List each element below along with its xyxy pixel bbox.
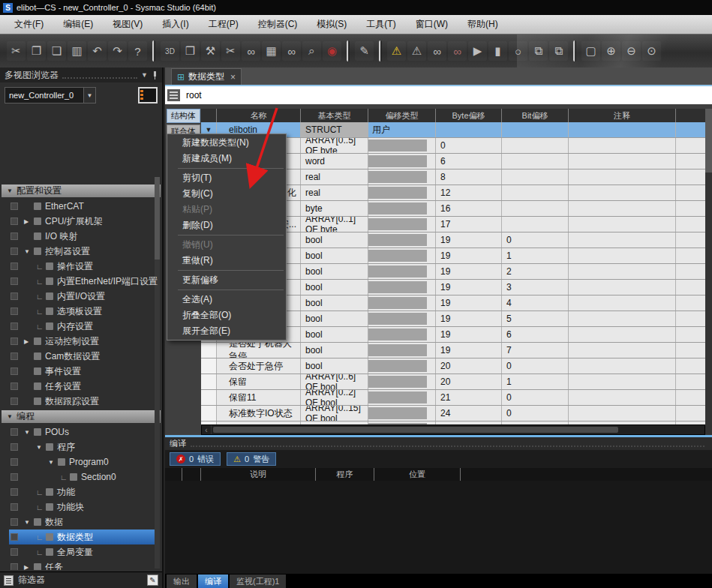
table-row[interactable]: 是否处于机器人急停bool197	[201, 343, 705, 358]
cell-name[interactable]: 标准数字IO状态	[216, 406, 300, 421]
section-programming[interactable]: ▼编程	[2, 410, 161, 423]
expand-arrow-icon[interactable]: ▶	[24, 564, 34, 571]
cell-byte-offset[interactable]: 19	[435, 343, 501, 358]
row-handle[interactable]	[201, 358, 216, 374]
search-icon[interactable]: ⌕	[302, 41, 321, 61]
context-menu-item[interactable]: 更新偏移	[167, 272, 286, 288]
warning-count-badge[interactable]: ⚠ 0 警告	[227, 452, 276, 466]
cell-comment[interactable]	[568, 343, 675, 358]
menu-item[interactable]: 文件(F)	[5, 15, 53, 34]
scroll-left-icon[interactable]: ‹	[202, 425, 212, 434]
root-namespace-field[interactable]: root	[165, 85, 712, 104]
cell-byte-offset[interactable]: 21	[435, 390, 501, 405]
context-menu-item[interactable]: 删除(D)	[167, 218, 286, 233]
cell-offset-type[interactable]	[368, 311, 435, 326]
sidebar-item-data-folder[interactable]: ▼数据	[0, 514, 162, 530]
sidebar-item-section[interactable]: ∟Section0	[0, 470, 162, 484]
watch-window-icon[interactable]: ∞	[242, 41, 260, 61]
cell-offset-type[interactable]	[368, 170, 435, 184]
tree-checkbox[interactable]	[11, 428, 18, 436]
row-handle[interactable]	[201, 390, 216, 405]
sidebar-item-global-variables[interactable]: ∟全局变量	[0, 544, 162, 560]
tree-checkbox[interactable]	[11, 533, 18, 541]
cell-base-type[interactable]: bool	[300, 343, 368, 358]
pause-icon[interactable]: ▮	[488, 41, 507, 61]
build-warning-off-icon[interactable]: ⚠	[407, 41, 426, 61]
cell-comment[interactable]	[568, 170, 675, 184]
cell-bit-offset[interactable]	[501, 170, 568, 184]
cell-bit-offset[interactable]: 2	[501, 264, 568, 279]
cell-offset-type[interactable]	[368, 248, 435, 263]
sidebar-item-task-settings[interactable]: 任务设置	[0, 379, 162, 394]
cell-offset-type[interactable]	[368, 374, 435, 389]
table-row[interactable]: 标准数字IO状态ARRAY[0..15] OF bool240	[201, 406, 705, 422]
tree-checkbox[interactable]	[11, 503, 18, 511]
menu-item[interactable]: 编辑(E)	[53, 15, 103, 34]
cell-offset-type[interactable]	[368, 201, 435, 216]
tool-icon[interactable]: ⚒	[201, 41, 220, 61]
expand-arrow-icon[interactable]: ▼	[24, 519, 34, 526]
cell-bit-offset[interactable]	[501, 122, 568, 137]
edit-mode-icon[interactable]: ✎	[355, 41, 374, 61]
menu-item[interactable]: 工程(P)	[199, 15, 248, 34]
tree-checkbox[interactable]	[11, 292, 18, 300]
sidebar-item-data-types[interactable]: ∟数据类型	[0, 530, 162, 544]
cell-byte-offset[interactable]: 19	[435, 311, 501, 326]
tab-watch[interactable]: 监视(工程)1	[230, 574, 286, 588]
cell-offset-type[interactable]	[368, 232, 435, 248]
context-menu-item[interactable]: 展开全部(E)	[167, 323, 286, 339]
cell-offset-type[interactable]	[368, 138, 435, 153]
expand-arrow-icon[interactable]: ▼	[24, 248, 34, 255]
cell-base-type[interactable]: ARRAY[0..5] OF byte	[300, 138, 368, 153]
tree-checkbox[interactable]	[11, 232, 18, 240]
cell-base-type[interactable]: bool	[300, 248, 368, 263]
cell-comment[interactable]	[568, 390, 675, 405]
cell-base-type[interactable]: ARRAY[0..15] OF bool	[300, 406, 368, 421]
cell-offset-type[interactable]	[368, 390, 435, 405]
cell-base-type[interactable]: STRUCT	[300, 122, 368, 137]
tab-output[interactable]: 输出	[167, 574, 197, 588]
vertical-scrollbar-thumb[interactable]	[705, 109, 712, 172]
sidebar-item-functions[interactable]: ∟功能	[0, 484, 162, 500]
tree-checkbox[interactable]	[11, 352, 18, 360]
tree-checkbox[interactable]	[11, 518, 18, 526]
cell-comment[interactable]	[568, 311, 675, 326]
cell-offset-type[interactable]	[368, 343, 435, 358]
tree-checkbox[interactable]	[11, 473, 18, 481]
cell-byte-offset[interactable]: 17	[435, 217, 501, 232]
cell-byte-offset[interactable]: 0	[435, 138, 501, 153]
cell-byte-offset[interactable]: 24	[435, 406, 501, 421]
cell-base-type[interactable]: byte	[300, 201, 368, 216]
cell-bit-offset[interactable]: 0	[501, 358, 568, 374]
sidebar-item-function-blocks[interactable]: ∟功能块	[0, 500, 162, 514]
cell-comment[interactable]	[568, 217, 675, 232]
close-tab-icon[interactable]: ×	[230, 72, 236, 82]
cell-bit-offset[interactable]	[501, 138, 568, 153]
sidebar-item-ethernet-ip-port[interactable]: ∟内置EtherNet/IP端口设置	[0, 274, 162, 289]
monitor-glasses-icon[interactable]: ∞	[428, 41, 446, 61]
cell-base-type[interactable]: bool	[300, 358, 368, 374]
sidebar-item-data-trace[interactable]: 数据跟踪设置	[0, 394, 162, 409]
variable-cut-icon[interactable]: ✂	[221, 41, 240, 61]
context-menu-item[interactable]: 全选(A)	[167, 292, 286, 308]
expand-arrow-icon[interactable]: ▼	[36, 444, 46, 451]
cell-byte-offset[interactable]: 20	[435, 374, 501, 389]
expand-arrow-icon[interactable]: ▼	[24, 429, 34, 436]
tree-checkbox[interactable]	[11, 248, 18, 255]
expand-arrow-icon[interactable]: ▶	[24, 218, 34, 225]
pin-icon[interactable]	[152, 71, 158, 80]
help-icon[interactable]: ?	[128, 41, 147, 61]
menu-item[interactable]: 插入(I)	[152, 15, 198, 34]
sidebar-item-programs[interactable]: ▼程序	[0, 440, 162, 454]
cell-offset-type[interactable]	[368, 327, 435, 342]
cell-base-type[interactable]: ARRAY[0..2] OF bool	[300, 390, 368, 405]
cell-byte-offset[interactable]: 16	[435, 201, 501, 216]
tree-checkbox[interactable]	[11, 322, 18, 330]
cell-bit-offset[interactable]	[501, 217, 568, 232]
cell-bit-offset[interactable]: 6	[501, 327, 568, 342]
cell-base-type[interactable]: ARRAY[0..1] OF byte	[300, 217, 368, 232]
sidebar-item-pous[interactable]: ▼POUs	[0, 424, 162, 440]
edit-filter-icon[interactable]: ✎	[147, 574, 158, 586]
tab-data-types[interactable]: ⊞ 数据类型 ×	[171, 68, 242, 85]
cell-byte-offset[interactable]: 19	[435, 232, 501, 248]
